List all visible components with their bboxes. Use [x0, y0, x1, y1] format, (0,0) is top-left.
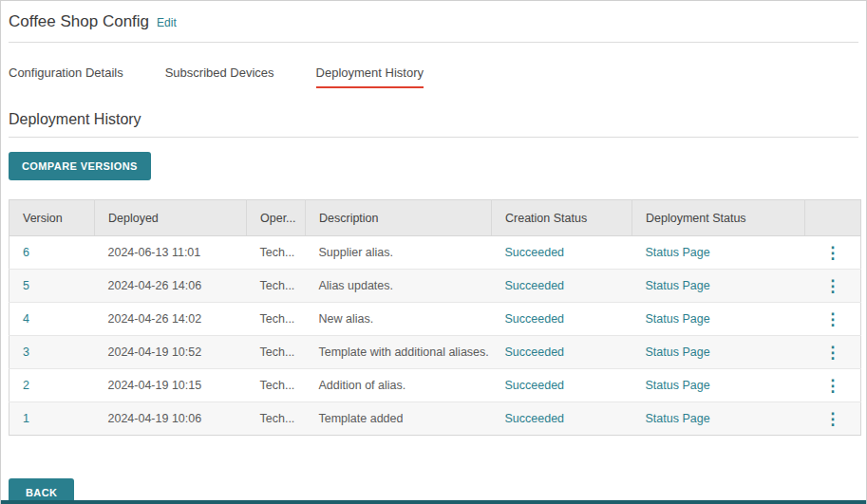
column-header-actions [805, 200, 861, 236]
creation-status: Succeeded [492, 369, 632, 402]
header-divider [9, 42, 858, 43]
deployed-cell: 2024-04-19 10:52 [95, 336, 247, 369]
status-page-link[interactable]: Status Page [646, 345, 710, 359]
table-row: 1 2024-04-19 10:06 Tech... Template adde… [9, 402, 861, 436]
status-page-link[interactable]: Status Page [646, 312, 710, 326]
section-title: Deployment History [9, 111, 858, 128]
kebab-menu-icon[interactable]: ⋮ [805, 245, 861, 261]
version-link[interactable]: 6 [23, 246, 29, 259]
status-page-link[interactable]: Status Page [646, 279, 710, 292]
deployed-cell: 2024-04-19 10:15 [95, 369, 247, 402]
status-page-link[interactable]: Status Page [646, 246, 710, 259]
section-divider [9, 137, 858, 138]
deployment-history-page: Coffee Shop Config Edit Configuration De… [1, 1, 866, 504]
kebab-menu-icon[interactable]: ⋮ [805, 411, 861, 427]
kebab-menu-icon[interactable]: ⋮ [805, 345, 861, 361]
operator-cell: Tech... [247, 402, 306, 436]
version-link[interactable]: 2 [23, 379, 29, 392]
version-link[interactable]: 4 [23, 312, 29, 326]
table-row: 2 2024-04-19 10:15 Tech... Addition of a… [9, 369, 861, 402]
description-cell: Template added [306, 402, 492, 436]
operator-cell: Tech... [247, 303, 306, 336]
deployed-cell: 2024-06-13 11:01 [95, 236, 247, 270]
column-header-deployed: Deployed [95, 200, 247, 236]
operator-cell: Tech... [247, 369, 306, 402]
table-row: 4 2024-04-26 14:02 Tech... New alias. Su… [9, 303, 861, 336]
status-page-link[interactable]: Status Page [646, 412, 710, 425]
creation-status: Succeeded [492, 336, 632, 369]
page-header: Coffee Shop Config Edit [9, 12, 858, 31]
page-title: Coffee Shop Config [9, 12, 149, 31]
tab-bar: Configuration Details Subscribed Devices… [9, 65, 858, 88]
kebab-menu-icon[interactable]: ⋮ [805, 378, 861, 394]
status-page-link[interactable]: Status Page [646, 379, 710, 392]
description-cell: Template with additional aliases. [306, 336, 492, 369]
table-header-row: Version Deployed Oper... Description Cre… [9, 200, 861, 236]
kebab-menu-icon[interactable]: ⋮ [805, 311, 861, 327]
tab-deployment-history[interactable]: Deployment History [316, 65, 424, 88]
description-cell: Addition of alias. [306, 369, 492, 402]
tab-configuration-details[interactable]: Configuration Details [9, 65, 123, 88]
deployed-cell: 2024-04-19 10:06 [95, 402, 247, 436]
deployment-history-table: Version Deployed Oper... Description Cre… [9, 199, 861, 436]
operator-cell: Tech... [247, 336, 306, 369]
operator-cell: Tech... [247, 270, 306, 303]
column-header-deployment-status: Deployment Status [632, 200, 805, 236]
version-link[interactable]: 1 [23, 412, 29, 425]
description-cell: Supplier alias. [306, 236, 492, 270]
compare-versions-button[interactable]: COMPARE VERSIONS [9, 152, 151, 180]
column-header-description: Description [306, 200, 492, 236]
operator-cell: Tech... [247, 236, 306, 270]
deployed-cell: 2024-04-26 14:06 [95, 270, 247, 303]
bottom-accent-bar [1, 500, 866, 504]
table-row: 6 2024-06-13 11:01 Tech... Supplier alia… [9, 236, 861, 270]
description-cell: Alias updates. [306, 270, 492, 303]
tab-subscribed-devices[interactable]: Subscribed Devices [165, 65, 274, 88]
deployed-cell: 2024-04-26 14:02 [95, 303, 247, 336]
version-link[interactable]: 3 [23, 345, 29, 359]
creation-status: Succeeded [492, 270, 632, 303]
edit-link[interactable]: Edit [157, 16, 177, 29]
table-row: 3 2024-04-19 10:52 Tech... Template with… [9, 336, 861, 369]
column-header-creation-status: Creation Status [492, 200, 632, 236]
description-cell: New alias. [306, 303, 492, 336]
creation-status: Succeeded [492, 303, 632, 336]
column-header-operator: Oper... [247, 200, 306, 236]
table-row: 5 2024-04-26 14:06 Tech... Alias updates… [9, 270, 861, 303]
version-link[interactable]: 5 [23, 279, 29, 292]
creation-status: Succeeded [492, 236, 632, 270]
kebab-menu-icon[interactable]: ⋮ [805, 278, 861, 294]
column-header-version: Version [9, 200, 95, 236]
creation-status: Succeeded [492, 402, 632, 436]
